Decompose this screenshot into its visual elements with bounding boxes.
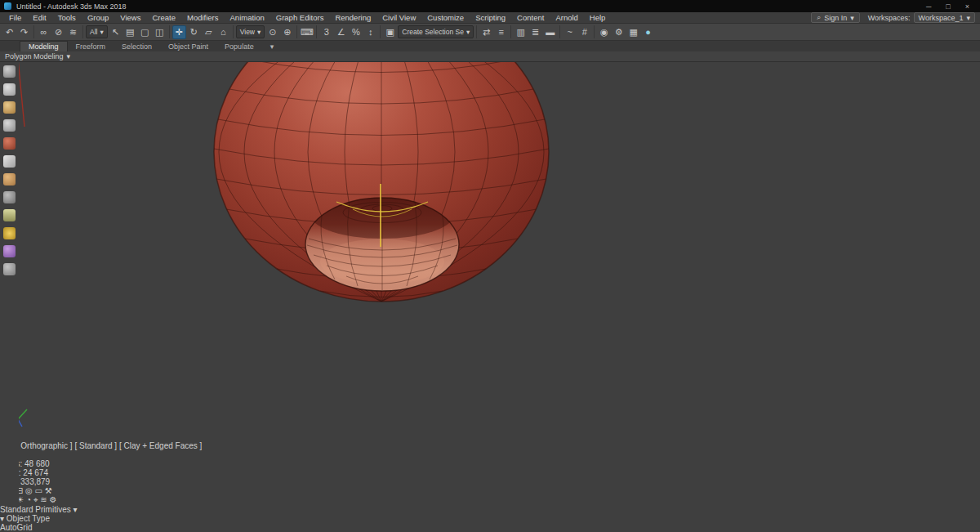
menu-item-rendering[interactable]: Rendering bbox=[329, 13, 376, 22]
menu-item-customize[interactable]: Customize bbox=[421, 13, 470, 22]
use-pivot-point-center-icon[interactable]: ⊙ bbox=[265, 25, 279, 39]
left-tool-icon-3[interactable] bbox=[3, 101, 16, 114]
keyboard-shortcut-override-icon[interactable]: ⌨ bbox=[300, 25, 314, 39]
chevron-down-icon: ▾ bbox=[257, 28, 261, 36]
menu-item-edit[interactable]: Edit bbox=[27, 13, 51, 22]
stat-value: 24 674 bbox=[23, 468, 48, 477]
select-and-uniform-scale-icon[interactable]: ▱ bbox=[202, 25, 216, 39]
schematic-view-icon[interactable]: # bbox=[577, 25, 591, 39]
left-tool-icon-8[interactable] bbox=[3, 191, 16, 203]
left-tool-icon-18[interactable] bbox=[3, 371, 16, 383]
left-tool-icon-10[interactable] bbox=[3, 227, 16, 239]
left-tool-icon-1[interactable] bbox=[3, 65, 16, 78]
select-and-rotate-icon[interactable]: ↻ bbox=[187, 25, 201, 39]
left-tool-icon-12[interactable] bbox=[3, 263, 16, 275]
left-tool-icon-19[interactable] bbox=[3, 389, 16, 401]
tab-populate[interactable]: Populate bbox=[216, 41, 262, 51]
menu-item-views[interactable]: Views bbox=[114, 13, 146, 22]
render-production-icon[interactable]: ● bbox=[641, 25, 655, 39]
redo-icon[interactable]: ↷ bbox=[17, 25, 31, 39]
left-tool-icon-11[interactable] bbox=[3, 245, 16, 257]
angle-snap-toggle-icon[interactable]: ∠ bbox=[334, 25, 348, 39]
viewport-canvas[interactable]: [ + ] [ Orthographic ] [ Standard ] [ Cl… bbox=[0, 0, 980, 486]
motion-tab-icon[interactable]: ◎ bbox=[25, 486, 33, 495]
left-tool-icon-7[interactable] bbox=[3, 173, 16, 186]
left-tool-icon-2[interactable] bbox=[3, 83, 16, 96]
menu-item-graph-editors[interactable]: Graph Editors bbox=[270, 13, 330, 22]
tab-selection[interactable]: Selection bbox=[114, 41, 160, 51]
minimize-button[interactable]: ─ bbox=[926, 2, 931, 11]
render-setup-icon[interactable]: ⚙ bbox=[612, 25, 626, 39]
curve-editor-icon[interactable]: ~ bbox=[563, 25, 577, 39]
left-tool-icon-17[interactable] bbox=[3, 353, 16, 365]
snaps-toggle-3d-icon[interactable]: 3 bbox=[319, 25, 333, 39]
tab-object-paint[interactable]: Object Paint bbox=[160, 41, 216, 51]
primitive-category-dropdown[interactable]: Standard Primitives ▾ bbox=[0, 505, 980, 514]
select-object-icon[interactable]: ↖ bbox=[109, 25, 122, 39]
tab-freeform[interactable]: Freeform bbox=[68, 41, 114, 51]
menu-item-civil-view[interactable]: Civil View bbox=[376, 13, 421, 22]
toggle-layer-explorer-icon[interactable]: ≣ bbox=[528, 25, 542, 39]
select-and-manipulate-icon[interactable]: ⊕ bbox=[280, 25, 294, 39]
left-tool-icon-6[interactable] bbox=[3, 155, 16, 168]
menu-item-help[interactable]: Help bbox=[584, 13, 612, 22]
viewport-label[interactable]: [ + ] [ Orthographic ] [ Standard ] [ Cl… bbox=[0, 441, 980, 450]
sign-in-button[interactable]: ⌕ Sign In ▾ bbox=[811, 12, 860, 23]
menu-item-animation[interactable]: Animation bbox=[225, 13, 270, 22]
toolbar-separator bbox=[169, 25, 170, 38]
toolbar-separator bbox=[316, 25, 317, 38]
systems-category-icon[interactable]: ⚙ bbox=[50, 495, 57, 504]
left-tool-icon-14[interactable] bbox=[3, 299, 16, 311]
toggle-ribbon-icon[interactable]: ▬ bbox=[543, 25, 557, 39]
maximize-button[interactable]: □ bbox=[946, 2, 950, 11]
select-and-place-icon[interactable]: ⌂ bbox=[216, 25, 230, 39]
display-tab-icon[interactable]: ▭ bbox=[34, 486, 42, 495]
percent-snap-toggle-icon[interactable]: % bbox=[349, 25, 363, 39]
align-icon[interactable]: ≡ bbox=[494, 25, 508, 39]
selection-filter-dropdown[interactable]: All ▾ bbox=[86, 25, 108, 38]
material-editor-icon[interactable]: ◉ bbox=[597, 25, 611, 39]
rendered-frame-window-icon[interactable]: ▦ bbox=[626, 25, 640, 39]
tab-modeling[interactable]: Modeling bbox=[20, 41, 68, 51]
polygon-modeling-panel[interactable]: Polygon Modeling bbox=[5, 52, 64, 60]
undo-icon[interactable]: ↶ bbox=[2, 25, 16, 39]
toggle-scene-explorer-icon[interactable]: ▥ bbox=[514, 25, 528, 39]
select-and-move-icon[interactable]: ✛ bbox=[172, 25, 186, 39]
named-selection-sets-dropdown[interactable]: Create Selection Se ▾ bbox=[398, 25, 474, 38]
left-tool-icon-9[interactable] bbox=[3, 209, 16, 221]
menu-item-arnold[interactable]: Arnold bbox=[550, 13, 583, 22]
stat-value: 333,879 bbox=[20, 477, 50, 486]
bind-to-space-warp-icon[interactable]: ≋ bbox=[66, 25, 80, 39]
scene-3d[interactable] bbox=[0, 0, 832, 440]
select-by-name-icon[interactable]: ▤ bbox=[123, 25, 137, 39]
helpers-category-icon[interactable]: ⌖ bbox=[33, 495, 38, 504]
space-warps-category-icon[interactable]: ≋ bbox=[40, 495, 47, 504]
rectangular-selection-region-icon[interactable]: ▢ bbox=[138, 25, 152, 39]
left-tool-icon-5[interactable] bbox=[3, 137, 16, 150]
reference-coordinate-dropdown[interactable]: View ▾ bbox=[236, 25, 265, 38]
left-tool-icon-4[interactable] bbox=[3, 119, 16, 132]
ribbon-options-icon[interactable]: ▾ bbox=[262, 41, 283, 51]
spinner-snap-toggle-icon[interactable]: ↕ bbox=[363, 25, 377, 39]
menu-item-group[interactable]: Group bbox=[82, 13, 114, 22]
utilities-tab-icon[interactable]: ⚒ bbox=[45, 486, 52, 495]
chevron-down-icon: ▾ bbox=[966, 14, 970, 22]
cameras-category-icon[interactable]: ◔ bbox=[26, 495, 31, 504]
menu-item-tools[interactable]: Tools bbox=[52, 13, 82, 22]
unlink-selection-icon[interactable]: ⊘ bbox=[51, 25, 65, 39]
mirror-icon[interactable]: ⇄ bbox=[479, 25, 493, 39]
menu-item-create[interactable]: Create bbox=[146, 13, 181, 22]
left-tool-icon-16[interactable] bbox=[3, 335, 16, 347]
close-button[interactable]: × bbox=[965, 2, 969, 11]
object-type-rollout-header[interactable]: ▾ Object Type bbox=[0, 514, 980, 523]
workspace-dropdown[interactable]: Workspace_1 ▾ bbox=[914, 12, 975, 23]
menu-item-file[interactable]: File bbox=[3, 13, 27, 22]
left-tool-icon-13[interactable] bbox=[3, 281, 16, 293]
edit-named-selection-sets-icon[interactable]: ▣ bbox=[383, 25, 397, 39]
menu-item-scripting[interactable]: Scripting bbox=[470, 13, 511, 22]
window-crossing-toggle-icon[interactable]: ◫ bbox=[153, 25, 167, 39]
menu-item-modifiers[interactable]: Modifiers bbox=[181, 13, 225, 22]
select-and-link-icon[interactable]: ∞ bbox=[37, 25, 51, 39]
menu-item-content[interactable]: Content bbox=[511, 13, 550, 22]
left-tool-icon-15[interactable] bbox=[3, 317, 16, 329]
